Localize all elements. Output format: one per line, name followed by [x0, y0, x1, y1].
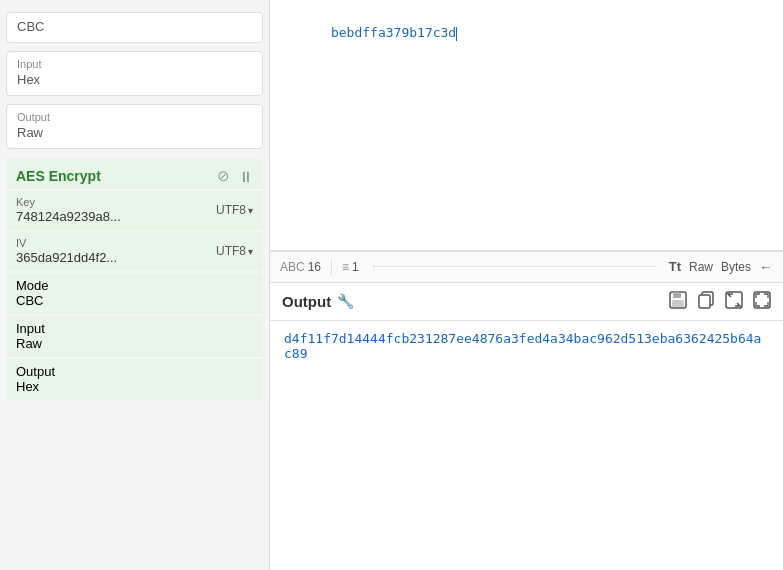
aes-output-label: Output — [16, 364, 253, 379]
output-header: Output 🔧 — [270, 283, 783, 321]
input-text-value: bebdffa379b17c3d — [331, 25, 456, 40]
tt-icon: Tt — [669, 259, 681, 274]
aes-encrypt-header: AES Encrypt ⊘ ⏸ — [6, 159, 263, 189]
stat-divider-1 — [331, 259, 332, 275]
copy-button[interactable] — [697, 291, 715, 312]
mode-cbc-top-field: CBC — [6, 12, 263, 43]
output-format-label: Output — [17, 111, 252, 123]
iv-label: IV — [16, 237, 216, 249]
iv-encoding-label: UTF8 — [216, 244, 246, 258]
aes-mode-field[interactable]: Mode CBC — [6, 273, 263, 314]
key-encoding-arrow: ▾ — [248, 205, 253, 216]
output-format-field[interactable]: Output Raw — [6, 104, 263, 149]
text-cursor — [456, 27, 457, 41]
aes-output-field[interactable]: Output Hex — [6, 359, 263, 400]
aes-encrypt-title: AES Encrypt — [16, 168, 101, 184]
expand-button[interactable] — [725, 291, 743, 312]
save-button[interactable] — [669, 291, 687, 312]
aes-input-label: Input — [16, 321, 253, 336]
pause-icon[interactable]: ⏸ — [238, 168, 253, 185]
output-content: d4f11f7d14444fcb231287ee4876a3fed4a34bac… — [270, 321, 783, 571]
key-encoding-label: UTF8 — [216, 203, 246, 217]
raw-label[interactable]: Raw — [689, 260, 713, 274]
aes-input-value: Raw — [16, 336, 253, 351]
key-field[interactable]: Key 748124a9239a8... UTF8 ▾ — [6, 191, 263, 230]
arrow-left-icon[interactable]: ← — [759, 259, 773, 275]
key-label: Key — [16, 196, 216, 208]
toolbar-bar: ABC 16 ≡ 1 Tt Raw Bytes ← — [270, 251, 783, 283]
aes-input-field[interactable]: Input Raw — [6, 316, 263, 357]
aes-output-value: Hex — [16, 379, 253, 394]
bytes-label[interactable]: Bytes — [721, 260, 751, 274]
svg-rect-2 — [672, 300, 684, 307]
toolbar-right-actions: Tt Raw Bytes ← — [669, 259, 773, 275]
abc-stat: ABC 16 — [280, 260, 321, 274]
fullscreen-button[interactable] — [753, 291, 771, 312]
input-format-field[interactable]: Input Hex — [6, 51, 263, 96]
key-value: 748124a9239a8... — [16, 209, 216, 224]
left-panel: CBC Input Hex Output Raw AES Encrypt ⊘ ⏸… — [0, 0, 270, 570]
lines-stat: ≡ 1 — [342, 260, 359, 274]
input-format-label: Input — [17, 58, 252, 70]
output-format-value: Raw — [17, 125, 252, 140]
right-panel: bebdffa379b17c3d ABC 16 ≡ 1 Tt Raw Bytes… — [270, 0, 783, 570]
mode-cbc-top-value: CBC — [17, 19, 44, 34]
aes-mode-label: Mode — [16, 278, 253, 293]
output-title: Output — [282, 293, 331, 310]
output-text: d4f11f7d14444fcb231287ee4876a3fed4a34bac… — [284, 331, 761, 361]
aes-mode-value: CBC — [16, 293, 253, 308]
aes-section-icons: ⊘ ⏸ — [217, 167, 253, 185]
key-encoding[interactable]: UTF8 ▾ — [216, 203, 253, 217]
abc-icon: ABC — [280, 260, 305, 274]
input-format-value: Hex — [17, 72, 252, 87]
ban-icon[interactable]: ⊘ — [217, 167, 230, 185]
iv-encoding[interactable]: UTF8 ▾ — [216, 244, 253, 258]
svg-rect-1 — [673, 292, 681, 298]
char-count: 16 — [308, 260, 321, 274]
svg-rect-4 — [699, 295, 710, 308]
wrench-icon[interactable]: 🔧 — [337, 293, 354, 309]
lines-icon: ≡ — [342, 260, 349, 274]
input-area[interactable]: bebdffa379b17c3d — [270, 0, 783, 251]
input-text[interactable]: bebdffa379b17c3d — [284, 10, 769, 70]
iv-encoding-arrow: ▾ — [248, 246, 253, 257]
output-header-left: Output 🔧 — [282, 293, 354, 310]
iv-field[interactable]: IV 365da921dd4f2... UTF8 ▾ — [6, 232, 263, 271]
iv-value: 365da921dd4f2... — [16, 250, 216, 265]
toolbar-dotted-separator — [373, 266, 655, 267]
line-count: 1 — [352, 260, 359, 274]
output-action-buttons — [669, 291, 771, 312]
